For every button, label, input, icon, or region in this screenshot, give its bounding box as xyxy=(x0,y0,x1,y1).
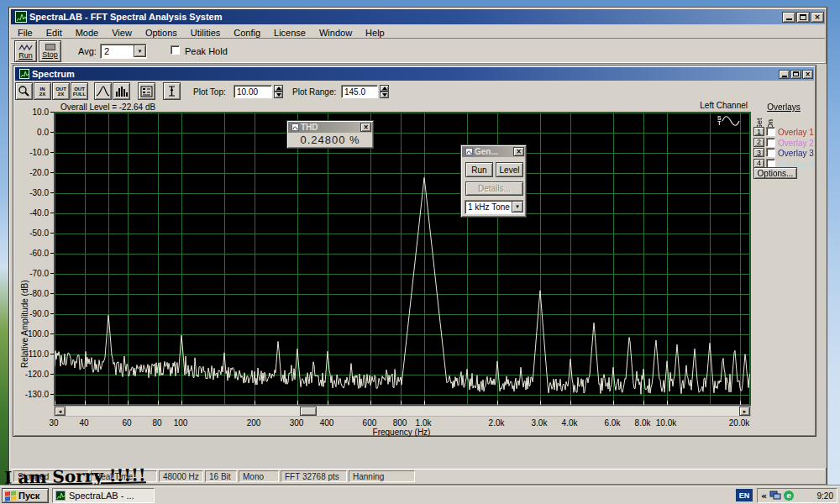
spectrum-maximize-button[interactable] xyxy=(790,70,801,79)
language-indicator[interactable]: EN xyxy=(736,489,753,501)
y-tick--110: -110.0 xyxy=(13,349,49,359)
spectrum-window-title: Spectrum xyxy=(32,69,75,79)
bar-plot-mode-button[interactable] xyxy=(113,82,130,100)
y-tickmark-10 xyxy=(50,112,54,113)
generator-signal-dropdown-arrow[interactable]: ▼ xyxy=(512,201,523,213)
y-tick--10: -10.0 xyxy=(13,148,49,157)
zoom-in-2x-button[interactable]: IN2X xyxy=(34,82,51,100)
generator-active-badge: S T xyxy=(717,115,740,127)
stop-button[interactable]: Stop xyxy=(39,40,61,62)
thd-icon xyxy=(291,123,299,131)
thd-title-bar[interactable]: THD × xyxy=(288,122,372,133)
x-tick-400: 400 xyxy=(308,418,345,428)
thd-close-button[interactable]: × xyxy=(360,123,371,132)
tray-chevron[interactable]: « xyxy=(761,491,767,501)
antivirus-tray-icon[interactable]: e xyxy=(784,491,794,501)
zoom-out-2x-icon-2: 2X xyxy=(58,92,64,97)
overlays-options-button[interactable]: Options... xyxy=(753,167,797,179)
main-title-bar[interactable]: SpectraLAB - FFT Spectral Analysis Syste… xyxy=(11,9,825,24)
y-tick-0: 0.0 xyxy=(13,128,49,137)
main-window-title: SpectraLAB - FFT Spectral Analysis Syste… xyxy=(29,12,222,22)
plot-range-spin-down[interactable] xyxy=(380,92,389,98)
scrollbar-left-arrow[interactable]: ◄ xyxy=(55,407,66,416)
zoom-out-2x-button[interactable]: OUT2X xyxy=(52,82,70,100)
plot-top-field[interactable]: 10.00 xyxy=(234,85,272,98)
plot-range-spin-up[interactable] xyxy=(380,85,389,92)
overlay-on-checkbox-1[interactable] xyxy=(766,127,775,136)
generator-window-title: Gen... xyxy=(475,147,498,156)
line-plot-mode-button[interactable] xyxy=(94,82,112,100)
y-tickmark--100 xyxy=(50,333,54,334)
clock[interactable]: 9:20 xyxy=(817,491,833,501)
start-button-label: Пуск xyxy=(18,491,39,501)
y-tickmark--30 xyxy=(50,192,54,193)
plot-top-spin-down[interactable] xyxy=(274,92,283,98)
x-tick-1.0k: 1.0k xyxy=(405,418,442,428)
overlay-set-button-2[interactable]: 2 xyxy=(753,138,764,147)
peak-hold-checkbox[interactable] xyxy=(171,45,180,55)
close-button[interactable]: × xyxy=(811,12,824,23)
overlay-on-checkbox-4[interactable] xyxy=(766,159,775,168)
generator-level-label: Level xyxy=(500,165,520,175)
generator-level-button[interactable]: Level xyxy=(496,162,523,177)
spectrum-window: Spectrum × IN2X OUT2X OUTFULL xyxy=(13,65,816,437)
plot-top-label: Plot Top: xyxy=(193,87,226,97)
generator-run-label: Run xyxy=(471,165,486,175)
status-panel-3: 16 Bit xyxy=(205,470,237,482)
zoom-cursor-button[interactable] xyxy=(15,82,33,100)
spectrum-close-button[interactable]: × xyxy=(802,70,813,79)
desktop-wallpaper-left xyxy=(0,0,8,486)
generator-title-bar[interactable]: Gen... × xyxy=(462,146,525,157)
y-tick--130: -130.0 xyxy=(13,390,49,399)
overlay-on-checkbox-2[interactable] xyxy=(766,138,775,147)
generator-details-button[interactable]: Details... xyxy=(465,181,523,196)
y-tick--40: -40.0 xyxy=(13,208,49,218)
run-button[interactable]: Run xyxy=(14,40,37,62)
zoom-in-2x-icon-2: 2X xyxy=(39,92,45,97)
bar-graph-icon xyxy=(114,85,129,97)
scrollbar-right-arrow[interactable]: ► xyxy=(739,407,750,416)
marker-button[interactable] xyxy=(163,82,181,100)
y-tickmark--120 xyxy=(50,374,54,375)
start-button[interactable]: Пуск xyxy=(2,488,49,503)
scrollbar-thumb[interactable] xyxy=(300,407,317,416)
avg-combobox[interactable]: 2 ▼ xyxy=(100,44,147,59)
thd-window: THD × 0.24800 % xyxy=(286,120,374,149)
generator-signal-value: 1 kHz Tone xyxy=(468,202,510,212)
generator-icon xyxy=(465,148,473,155)
windows-flag-icon xyxy=(5,491,16,501)
overlay-label-3: Overlay 3 xyxy=(778,149,814,158)
spectrum-title-bar[interactable]: Spectrum × xyxy=(15,67,814,81)
generator-signal-combobox[interactable]: 1 kHz Tone ▼ xyxy=(465,200,524,214)
overlay-on-checkbox-3[interactable] xyxy=(766,148,775,157)
zoom-out-full-icon-2: FULL xyxy=(73,92,86,97)
avg-dropdown-arrow[interactable]: ▼ xyxy=(134,45,146,57)
overlay-set-button-1[interactable]: 1 xyxy=(753,127,764,136)
generator-run-button[interactable]: Run xyxy=(465,162,493,177)
run-button-label: Run xyxy=(18,51,33,60)
maximize-button[interactable] xyxy=(796,12,810,23)
task-button-spectralab[interactable]: SpectraLAB - ... xyxy=(52,488,155,503)
overlay-label-2: Overlay 2 xyxy=(778,139,814,148)
x-tick-4.0k: 4.0k xyxy=(551,418,588,428)
system-tray: « e 9:20 xyxy=(757,488,837,503)
generator-close-button[interactable]: × xyxy=(513,147,524,156)
y-tick--60: -60.0 xyxy=(13,249,49,258)
spectrum-icon xyxy=(19,69,29,79)
plot-top-spin-up[interactable] xyxy=(274,85,283,92)
y-tick-10: 10.0 xyxy=(13,108,49,117)
y-tickmark--20 xyxy=(50,172,54,173)
overlay-set-button-4[interactable]: 4 xyxy=(753,159,764,168)
spectrum-minimize-button[interactable] xyxy=(779,70,790,79)
y-tickmark--130 xyxy=(50,394,54,395)
minimize-button[interactable] xyxy=(782,12,795,23)
peak-hold-label: Peak Hold xyxy=(185,46,228,56)
spectrum-plot[interactable] xyxy=(54,112,751,406)
display-options-button[interactable] xyxy=(138,82,155,100)
overlay-set-button-3[interactable]: 3 xyxy=(753,148,764,157)
zoom-out-full-button[interactable]: OUTFULL xyxy=(71,82,88,100)
network-tray-icon[interactable] xyxy=(769,491,781,501)
plot-h-scrollbar[interactable]: ◄ ► xyxy=(54,406,751,417)
x-tick-10.0k: 10.0k xyxy=(648,418,685,428)
plot-range-field[interactable]: 145.0 xyxy=(341,85,378,98)
